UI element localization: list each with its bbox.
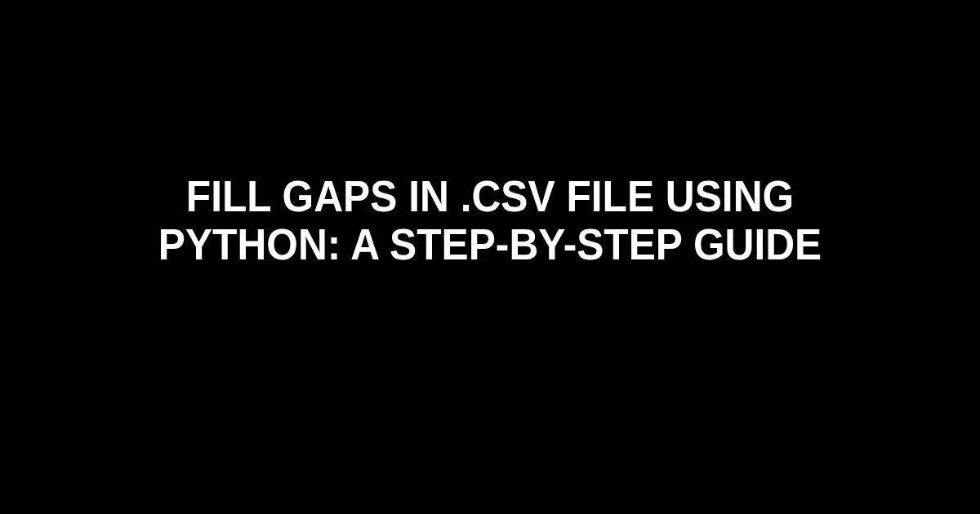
page-title: Fill gaps in .csv file using Python: A S… xyxy=(96,172,884,269)
